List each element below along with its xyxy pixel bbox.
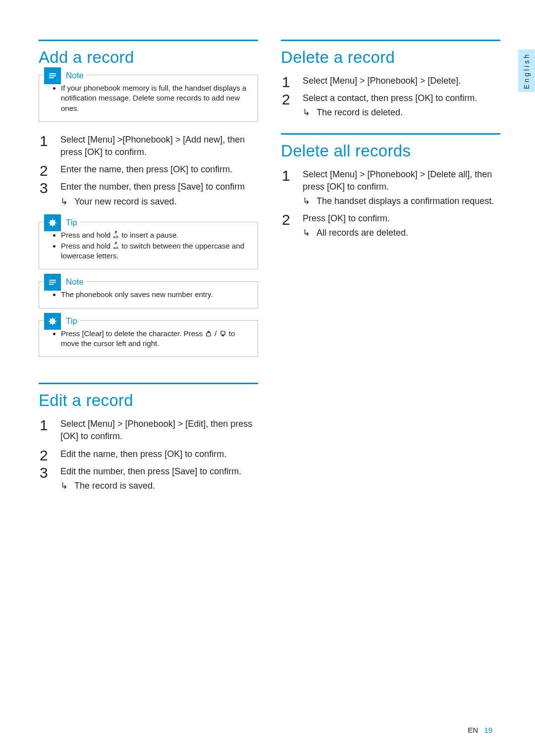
step-result: The record is deleted. — [303, 106, 500, 119]
note-label: Note — [66, 71, 84, 81]
tip-box: Tip Press [Clear] to delete the characte… — [39, 320, 258, 357]
hash-key-icon: #a/A — [112, 230, 119, 239]
step: Edit the number, then press [Save] to co… — [39, 465, 258, 492]
heading-delete-record: Delete a record — [281, 48, 500, 67]
tip-icon — [44, 313, 61, 330]
step: Select a contact, then press [OK] to con… — [281, 92, 500, 119]
svg-rect-8 — [49, 282, 56, 283]
tip-label: Tip — [66, 218, 77, 228]
section-rule — [281, 40, 500, 41]
step-result: Your new record is saved. — [60, 196, 258, 208]
step: Select [Menu] > [Phonebook] > [Delete]. — [281, 75, 500, 87]
note-text: The phonebook only saves new number entr… — [61, 290, 249, 300]
delete-record-steps: Select [Menu] > [Phonebook] > [Delete]. … — [281, 75, 500, 119]
add-record-steps: Select [Menu] >[Phonebook] > [Add new], … — [39, 134, 258, 208]
step: Edit the name, then press [OK] to confir… — [39, 448, 258, 460]
note-head: Note — [44, 67, 87, 84]
heading-delete-all-records: Delete all records — [281, 142, 500, 160]
note-text: If your phonebook memory is full, the ha… — [61, 83, 249, 113]
step-result: All records are deleted. — [303, 227, 500, 239]
svg-rect-0 — [49, 73, 56, 74]
note-box: Note The phonebook only saves new number… — [39, 281, 258, 308]
svg-rect-11 — [221, 331, 225, 335]
svg-rect-7 — [49, 280, 56, 281]
svg-rect-9 — [49, 284, 54, 285]
section-rule — [39, 383, 258, 384]
svg-rect-2 — [49, 77, 54, 78]
edit-record-steps: Select [Menu] > [Phonebook] > [Edit], th… — [39, 418, 258, 492]
step-result: The record is saved. — [60, 480, 258, 492]
step: Enter the name, then press [OK] to confi… — [39, 163, 258, 176]
tip-text: Press and hold #a/A to switch between th… — [61, 241, 249, 261]
tip-text: Press [Clear] to delete the character. P… — [61, 329, 249, 349]
heading-edit-record: Edit a record — [39, 391, 258, 410]
svg-text:a/A: a/A — [113, 246, 119, 250]
note-head: Note — [44, 274, 87, 291]
footer-lang: EN — [468, 726, 478, 734]
note-box: Note If your phonebook memory is full, t… — [39, 75, 258, 122]
svg-rect-1 — [49, 75, 56, 76]
tip-icon — [44, 214, 61, 231]
step-result: The handset displays a confirmation requ… — [303, 195, 500, 207]
tip-text: Press and hold #a/A to insert a pause. — [61, 230, 249, 240]
language-tab-label: English — [523, 52, 531, 89]
step: Select [Menu] >[Phonebook] > [Add new], … — [39, 134, 258, 158]
delete-all-records-steps: Select [Menu] > [Phonebook] > [Delete al… — [281, 168, 500, 240]
tip-head: Tip — [44, 313, 80, 330]
section-rule — [39, 40, 258, 41]
svg-text:#: # — [115, 241, 117, 246]
note-icon — [44, 274, 61, 291]
phonebook-down-icon — [219, 330, 227, 338]
page-number: 19 — [484, 726, 492, 734]
svg-rect-10 — [207, 333, 211, 336]
page-footer: EN 19 — [468, 726, 492, 734]
svg-text:a/A: a/A — [113, 235, 119, 239]
step: Select [Menu] > [Phonebook] > [Delete al… — [281, 168, 500, 208]
two-column-layout: Add a record Note If your phonebook memo… — [39, 40, 500, 506]
note-icon — [44, 67, 61, 84]
tip-box: Tip Press and hold #a/A to insert a paus… — [39, 222, 258, 270]
step: Select [Menu] > [Phonebook] > [Edit], th… — [39, 418, 258, 443]
step: Enter the number, then press [Save] to c… — [39, 181, 258, 207]
phonebook-up-icon — [205, 330, 213, 338]
svg-text:#: # — [115, 230, 117, 235]
note-label: Note — [66, 277, 84, 287]
left-column: Add a record Note If your phonebook memo… — [39, 40, 258, 506]
step: Press [OK] to confirm. All records are d… — [281, 212, 500, 239]
section-rule — [281, 133, 500, 135]
tip-head: Tip — [44, 214, 80, 231]
right-column: Delete a record Select [Menu] > [Phonebo… — [281, 40, 500, 506]
hash-key-icon: #a/A — [112, 241, 119, 250]
tip-label: Tip — [66, 316, 77, 326]
language-tab: English — [518, 50, 535, 92]
page: English Add a record Note If your phoneb… — [0, 0, 535, 756]
heading-add-record: Add a record — [39, 48, 258, 67]
